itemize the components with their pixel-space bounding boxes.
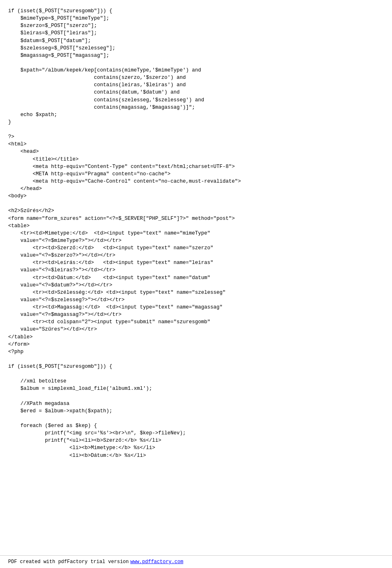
line-37: <tr><td>Dátum:</td> <td><input type="tex…: [8, 275, 210, 281]
line-2: $mimeType=$_POST["mimeType"];: [8, 16, 109, 21]
line-44: value="Szűres"></td></tr>: [8, 326, 97, 332]
line-5: $datum=$_POST["datum"];: [8, 38, 91, 44]
line-57: foreach ($ered as $kep) {: [8, 423, 97, 429]
line-20: <head>: [8, 149, 39, 154]
line-55: $ered = $album->xpath($xpath);: [8, 408, 112, 414]
line-22: <meta http-equiv="Content-Type" content=…: [8, 164, 235, 170]
line-33: <tr><td>Szerző:</td> <td><input type="te…: [8, 245, 214, 251]
line-6: $szelesseg=$_POST["szelesseg"];: [8, 45, 116, 51]
line-15: echo $xpath;: [8, 112, 57, 118]
line-36: value="<?=$leiras?>"></td></tr>: [8, 267, 116, 273]
line-39: <tr><td>Szélesség:</td> <td><input type=…: [8, 290, 226, 295]
line-9: $xpath="/album/kepek/kep[contains(mimeTy…: [8, 67, 201, 73]
line-19: <html>: [8, 141, 27, 147]
line-31: <tr><td>Mimetype:</td> <td><input type="…: [8, 230, 210, 236]
line-60: <li><b>Mimetype:</b> %s</li>: [8, 445, 155, 451]
line-54: //XPath megadasa: [8, 401, 69, 407]
line-35: <tr><td>Leírás:</td> <td><input type="te…: [8, 260, 214, 266]
line-23: <META http-equiv="Pragma" content="no-ca…: [8, 171, 171, 177]
line-16: }: [8, 119, 11, 125]
line-51: //xml betoltese: [8, 378, 67, 384]
line-30: <table>: [8, 223, 30, 229]
line-21: <title></title>: [8, 157, 79, 162]
code-section: if (isset($_POST["szuresgomb"])) { $mime…: [8, 4, 384, 459]
line-41: <tr><td>Magasság:</td> <td><input type="…: [8, 304, 223, 310]
line-4: $leiras=$_POST["leiras"];: [8, 30, 97, 36]
line-43: <tr><td colspan="2"><input type="submit"…: [8, 319, 210, 325]
line-52: $album = simplexml_load_file('album1.xml…: [8, 386, 152, 391]
line-10: contains(szerzo,'$szerzo') and: [8, 75, 186, 81]
line-46: </form>: [8, 342, 30, 347]
line-3: $szerzo=$_POST["szerzo"];: [8, 23, 97, 29]
line-38: value="<?=$datum?>"></td></tr>: [8, 282, 112, 288]
line-45: </table>: [8, 334, 33, 340]
code-block: if (isset($_POST["szuresgomb"])) { $mime…: [8, 7, 384, 459]
line-61: <li><b>Dátum:</b> %s</li>: [8, 453, 146, 458]
line-1: if (isset($_POST["szuresgomb"])) {: [8, 8, 112, 14]
line-26: <body>: [8, 193, 27, 199]
footer: PDF created with pdfFactory trial versio…: [0, 555, 392, 568]
line-58: printf("<img src='%s'><br>\n", $kep->fil…: [8, 430, 186, 436]
footer-link[interactable]: www.pdffactory.com: [130, 559, 183, 565]
line-24: <meta http-equiv="Cache-Control" content…: [8, 179, 241, 184]
line-14: contains(magassag,'$magassag')]";: [8, 105, 195, 110]
line-49: if (isset($_POST["szuresgomb"])) {: [8, 364, 112, 369]
line-25: </head>: [8, 186, 42, 192]
line-32: value="<?=$mimeType?>"></td></tr>: [8, 238, 122, 244]
line-11: contains(leiras,'$leiras') and: [8, 82, 186, 88]
line-40: value="<?=$szelesseg?>"></td></tr>: [8, 297, 125, 303]
footer-text: PDF created with pdfFactory trial versio…: [8, 559, 129, 565]
line-28: <h2>Szűrés</h2>: [8, 208, 54, 214]
line-34: value="<?=$szerzo?>"></td></tr>: [8, 253, 116, 258]
line-7: $magassag=$_POST["magassag"];: [8, 53, 109, 58]
line-13: contains(szelesseg,'$szelesseg') and: [8, 97, 204, 103]
line-18: ?>: [8, 134, 14, 140]
line-12: contains(datum,'$datum') and: [8, 89, 180, 95]
line-47: <?php: [8, 349, 24, 355]
page-container: if (isset($_POST["szuresgomb"])) { $mime…: [0, 0, 392, 476]
line-59: printf("<ul><li><b>Szerző:</b> %s</li>: [8, 438, 161, 443]
line-42: value="<?=$magassag?>"></td></tr>: [8, 312, 122, 318]
line-29: <form name="form_szures" action="<?=$_SE…: [8, 216, 235, 221]
